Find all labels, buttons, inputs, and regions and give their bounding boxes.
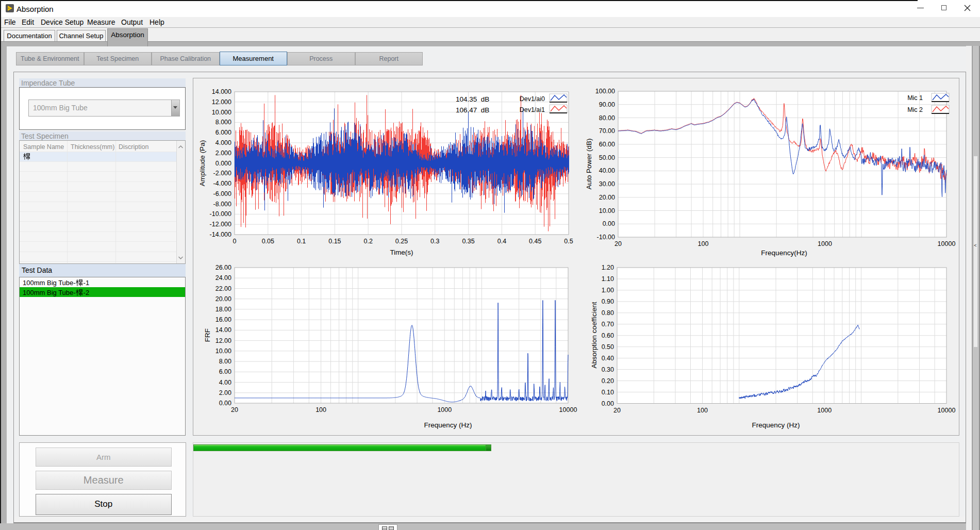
svg-text:60.00: 60.00: [599, 141, 615, 148]
svg-text:-4.000: -4.000: [213, 180, 231, 187]
svg-text:12.00: 12.00: [215, 337, 231, 344]
svg-text:0.70: 0.70: [602, 321, 614, 328]
svg-text:0.4: 0.4: [497, 238, 506, 245]
svg-text:90.00: 90.00: [599, 101, 615, 108]
svg-text:Dev1/ai1: Dev1/ai1: [520, 106, 545, 113]
svg-text:FRF: FRF: [204, 328, 211, 342]
svg-text:0.80: 0.80: [602, 309, 614, 317]
svg-text:Mic 2: Mic 2: [907, 106, 923, 113]
svg-text:0.10: 0.10: [602, 389, 614, 396]
svg-text:Mic 1: Mic 1: [907, 94, 923, 102]
svg-text:-6.000: -6.000: [213, 190, 231, 197]
svg-text:0.00: 0.00: [602, 400, 614, 407]
svg-text:1.20: 1.20: [602, 264, 614, 271]
svg-text:0.3: 0.3: [430, 238, 439, 245]
svg-text:2.00: 2.00: [219, 389, 231, 396]
svg-text:0.50: 0.50: [602, 343, 614, 351]
svg-text:10.00: 10.00: [215, 347, 231, 355]
svg-text:-10.00: -10.00: [597, 234, 615, 241]
svg-text:1.00: 1.00: [602, 287, 614, 294]
svg-text:0.60: 0.60: [602, 332, 614, 339]
svg-text:-10.000: -10.000: [210, 210, 231, 218]
svg-text:80.00: 80.00: [599, 114, 615, 122]
svg-text:-12.000: -12.000: [210, 221, 231, 228]
svg-text:0.35: 0.35: [462, 238, 474, 245]
svg-text:106.47 dB: 106.47 dB: [456, 106, 489, 114]
svg-text:1000: 1000: [818, 240, 832, 247]
svg-text:Dev1/ai0: Dev1/ai0: [520, 95, 545, 103]
svg-text:30.00: 30.00: [599, 180, 615, 188]
svg-text:0.25: 0.25: [395, 238, 408, 245]
svg-text:Auto Power (dB): Auto Power (dB): [585, 138, 593, 189]
svg-text:0.1: 0.1: [297, 238, 306, 245]
svg-text:0.5: 0.5: [564, 238, 573, 245]
svg-text:6.00: 6.00: [219, 368, 231, 375]
svg-text:0.2: 0.2: [364, 238, 373, 245]
svg-text:20: 20: [614, 240, 622, 247]
svg-text:100: 100: [697, 407, 708, 414]
svg-text:18.00: 18.00: [215, 306, 231, 313]
svg-text:10.00: 10.00: [599, 207, 615, 214]
svg-text:1.10: 1.10: [602, 275, 614, 283]
svg-text:0.000: 0.000: [215, 160, 231, 167]
svg-text:Frequency (Hz): Frequency (Hz): [752, 421, 800, 429]
svg-text:-8.000: -8.000: [213, 201, 231, 208]
svg-text:10000: 10000: [559, 406, 577, 413]
svg-text:14.00: 14.00: [215, 326, 231, 334]
svg-text:1000: 1000: [437, 406, 452, 413]
svg-text:-2.000: -2.000: [213, 170, 231, 177]
svg-text:26.00: 26.00: [215, 264, 231, 271]
svg-text:0.90: 0.90: [602, 298, 614, 305]
svg-text:0.15: 0.15: [328, 238, 341, 245]
svg-text:100.00: 100.00: [595, 88, 615, 95]
svg-text:16.00: 16.00: [215, 316, 231, 323]
svg-text:0: 0: [233, 238, 237, 245]
svg-text:22.00: 22.00: [215, 285, 231, 292]
svg-text:Frequency (Hz): Frequency (Hz): [424, 421, 472, 429]
svg-text:6.000: 6.000: [215, 129, 231, 136]
svg-text:50.00: 50.00: [599, 154, 615, 161]
svg-text:20.00: 20.00: [215, 295, 231, 303]
svg-text:100: 100: [698, 240, 709, 247]
svg-text:70.00: 70.00: [599, 127, 615, 135]
svg-text:2.000: 2.000: [215, 150, 231, 157]
svg-text:8.00: 8.00: [219, 358, 231, 365]
svg-text:20: 20: [231, 406, 238, 413]
svg-text:0.45: 0.45: [529, 238, 541, 245]
svg-text:0.00: 0.00: [603, 220, 615, 227]
svg-text:14.000: 14.000: [212, 88, 231, 95]
svg-text:0.05: 0.05: [262, 238, 274, 245]
svg-text:10000: 10000: [938, 407, 956, 414]
svg-text:0.00: 0.00: [219, 400, 231, 407]
svg-text:4.00: 4.00: [219, 379, 231, 386]
svg-text:40.00: 40.00: [599, 167, 615, 174]
svg-text:100: 100: [315, 406, 326, 413]
svg-text:24.00: 24.00: [215, 274, 231, 281]
svg-text:8.000: 8.000: [215, 119, 231, 126]
svg-text:0.40: 0.40: [602, 355, 614, 362]
svg-text:Frequency(Hz): Frequency(Hz): [761, 249, 807, 257]
svg-text:Time(s): Time(s): [390, 249, 413, 256]
svg-text:104.35 dB: 104.35 dB: [456, 95, 489, 103]
svg-text:Amplitude (Pa): Amplitude (Pa): [198, 140, 206, 186]
svg-text:20: 20: [613, 407, 621, 414]
svg-text:-14.000: -14.000: [210, 231, 231, 238]
svg-text:20.00: 20.00: [599, 194, 615, 201]
svg-text:10.000: 10.000: [212, 109, 231, 116]
svg-text:Absorption coefficient: Absorption coefficient: [590, 302, 598, 368]
svg-text:10000: 10000: [938, 240, 956, 247]
svg-text:0.30: 0.30: [602, 366, 614, 373]
svg-text:12.000: 12.000: [212, 98, 231, 106]
svg-text:1000: 1000: [817, 407, 832, 414]
svg-text:4.000: 4.000: [215, 139, 231, 146]
svg-text:0.20: 0.20: [602, 377, 614, 385]
